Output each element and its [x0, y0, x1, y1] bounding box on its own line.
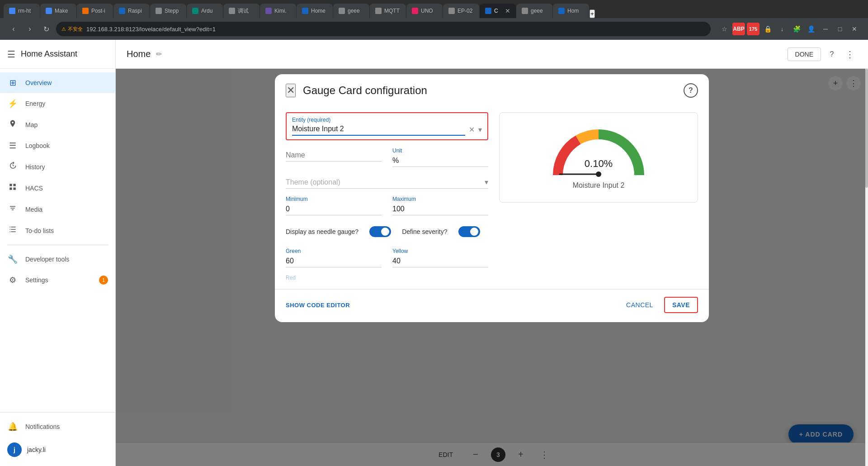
- download-button[interactable]: ↓: [776, 23, 788, 35]
- tab-c-active[interactable]: C ✕: [480, 4, 516, 18]
- tab-geee2[interactable]: geee: [516, 4, 552, 18]
- svg-text:0.10%: 0.10%: [585, 158, 613, 169]
- show-code-editor-button[interactable]: SHOW CODE EDITOR: [286, 302, 350, 309]
- gauge-preview-name: Moisture Input 2: [573, 181, 625, 190]
- tab-home[interactable]: Home: [297, 4, 333, 18]
- more-button[interactable]: ⋮: [843, 47, 857, 62]
- url-bar[interactable]: ⚠ 不安全 192.168.3.218:8123/lovelace/defaul…: [56, 22, 711, 36]
- maximum-input[interactable]: [392, 203, 488, 215]
- needle-gauge-toggle[interactable]: [369, 226, 391, 237]
- sidebar-item-label: HACS: [25, 185, 108, 192]
- entity-dropdown-icon[interactable]: ▾: [478, 125, 482, 134]
- reload-button[interactable]: ↻: [40, 23, 52, 35]
- tab-label: C: [494, 8, 498, 14]
- tab-favicon: [448, 8, 455, 14]
- entity-clear-icon[interactable]: ✕: [469, 125, 475, 134]
- close-window-button[interactable]: ✕: [848, 23, 861, 35]
- sidebar-item-todo[interactable]: To-do lists: [0, 220, 115, 241]
- sidebar-divider: [7, 245, 108, 245]
- green-yellow-row: Green Yellow: [286, 248, 488, 267]
- minimum-input[interactable]: [286, 203, 382, 215]
- vpn-button[interactable]: 🔒: [761, 23, 774, 35]
- help-icon: ?: [689, 86, 693, 95]
- tab-post[interactable]: Post-i: [77, 4, 113, 18]
- tab-label: Stepp: [165, 8, 179, 14]
- tab-geee1[interactable]: geee: [333, 4, 369, 18]
- sidebar-bottom: 🔔 Notifications j jacky.li: [0, 412, 115, 466]
- tab-label: Ardu: [201, 8, 212, 14]
- help-button[interactable]: ?: [825, 47, 839, 62]
- green-input[interactable]: [286, 255, 382, 267]
- tab-favicon: [229, 8, 235, 14]
- tab-ardu[interactable]: Ardu: [187, 4, 223, 18]
- modal-close-button[interactable]: ✕: [286, 84, 296, 97]
- tab-kimi[interactable]: Kimi.: [260, 4, 296, 18]
- new-tab-button[interactable]: +: [590, 10, 595, 18]
- sidebar-item-history[interactable]: History: [0, 156, 115, 177]
- extensions-button[interactable]: ABP: [732, 23, 745, 35]
- yellow-input[interactable]: [392, 255, 488, 267]
- maximum-label: Maximum: [392, 196, 488, 202]
- sidebar-item-overview[interactable]: ⊞ Overview: [0, 72, 115, 93]
- tab-label: Home: [311, 8, 326, 14]
- tab-label: geee: [348, 8, 360, 14]
- tab-ep[interactable]: EP-02: [443, 4, 479, 18]
- modal-overlay: ✕ Gauge Card configuration ? Entity (req: [116, 69, 868, 466]
- close-icon: ✕: [287, 85, 295, 96]
- page-title: Home: [127, 49, 151, 59]
- sidebar-item-hacs[interactable]: HACS: [0, 177, 115, 199]
- cancel-button[interactable]: CANCEL: [619, 297, 660, 313]
- name-input[interactable]: [286, 147, 382, 162]
- sidebar-item-map[interactable]: Map: [0, 114, 115, 135]
- bookmark-button[interactable]: ☆: [718, 23, 731, 35]
- sidebar-item-settings[interactable]: ⚙ Settings 1: [0, 270, 115, 290]
- menu-icon[interactable]: ☰: [7, 49, 15, 60]
- energy-icon: ⚡: [7, 99, 18, 109]
- content-body: + ⋮ ✕ Gauge Card configuration ?: [116, 69, 868, 466]
- save-button[interactable]: SAVE: [664, 297, 698, 313]
- tab-debug[interactable]: 调试: [223, 4, 259, 18]
- sidebar-user[interactable]: j jacky.li: [0, 437, 115, 462]
- settings-icon: ⚙: [7, 275, 18, 285]
- minimum-field: Minimum: [286, 196, 382, 215]
- yellow-field: Yellow: [392, 248, 488, 267]
- tab-raspi[interactable]: Raspi: [113, 4, 150, 18]
- badge-175[interactable]: 175: [747, 23, 760, 35]
- svg-rect-0: [9, 184, 12, 186]
- profile-button[interactable]: 👤: [805, 23, 817, 35]
- sidebar-item-developer-tools[interactable]: 🔧 Developer tools: [0, 249, 115, 270]
- close-tab-icon[interactable]: ✕: [505, 7, 510, 14]
- tab-make[interactable]: Make: [40, 4, 76, 18]
- user-name: jacky.li: [27, 446, 46, 453]
- tab-uno[interactable]: UNO: [406, 4, 443, 18]
- theme-select[interactable]: Theme (optional): [286, 178, 485, 186]
- sidebar-item-logbook[interactable]: ☰ Logbook: [0, 135, 115, 156]
- unit-input[interactable]: [392, 155, 488, 167]
- sidebar-item-energy[interactable]: ⚡ Energy: [0, 93, 115, 114]
- minimize-button[interactable]: ─: [819, 23, 832, 35]
- tab-label: EP-02: [458, 8, 472, 14]
- done-button[interactable]: DONE: [788, 48, 821, 61]
- entity-input[interactable]: [292, 123, 465, 136]
- tab-favicon: [339, 8, 345, 14]
- modal-help-button[interactable]: ?: [684, 83, 698, 98]
- severity-toggle[interactable]: [458, 226, 480, 237]
- modal-actions: CANCEL SAVE: [619, 297, 698, 313]
- forward-button[interactable]: ›: [24, 23, 36, 35]
- tab-step[interactable]: Stepp: [150, 4, 186, 18]
- tab-favicon: [265, 8, 272, 14]
- modal-footer: SHOW CODE EDITOR CANCEL SAVE: [275, 289, 709, 322]
- sidebar-item-media[interactable]: Media: [0, 199, 115, 220]
- extensions-mgr-button[interactable]: 🧩: [790, 23, 803, 35]
- edit-page-title-icon[interactable]: ✏: [156, 50, 162, 58]
- sidebar-item-notifications[interactable]: 🔔 Notifications: [0, 416, 115, 437]
- tab-rm[interactable]: rm-ht: [4, 4, 40, 18]
- tab-label: 调试: [238, 7, 249, 15]
- browser-chrome: rm-ht Make Post-i Raspi Stepp Ardu 调试 K: [0, 0, 868, 40]
- back-button[interactable]: ‹: [7, 23, 20, 35]
- tab-mqtt[interactable]: MQTT: [370, 4, 406, 18]
- name-unit-row: Unit: [286, 147, 488, 167]
- red-field: Red: [286, 275, 488, 282]
- tab-hom2[interactable]: Hom: [553, 4, 589, 18]
- maximize-button[interactable]: □: [834, 23, 846, 35]
